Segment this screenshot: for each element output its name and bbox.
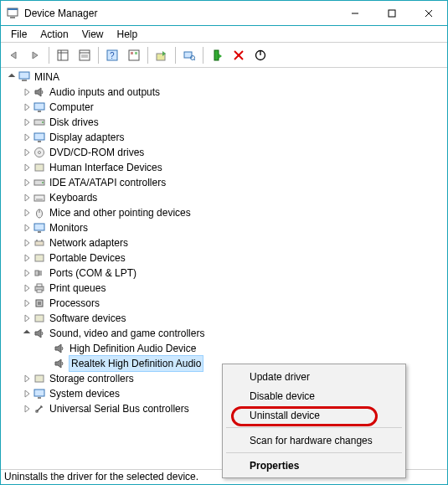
category-icon [33,402,46,415]
enable-device-button[interactable] [207,46,227,64]
tree-category[interactable]: Print queues [4,281,447,296]
expand-icon[interactable] [21,237,33,249]
expand-icon[interactable] [21,207,33,219]
expand-icon[interactable] [21,101,33,113]
ctx-scan-hardware[interactable]: Scan for hardware changes [224,431,404,450]
tree-category-label: Audio inputs and outputs [49,85,160,100]
svg-rect-51 [35,271,39,276]
tree-category-label: Storage controllers [49,371,134,386]
expand-icon[interactable] [21,86,33,98]
svg-rect-7 [58,50,68,60]
category-icon [33,146,46,159]
expand-icon[interactable] [21,403,33,415]
tree-device-label: Realtek High Definition Audio [69,355,203,372]
action-button[interactable] [124,46,144,64]
tree-category[interactable]: Mice and other pointing devices [4,205,447,220]
tree-category[interactable]: Ports (COM & LPT) [4,266,447,281]
tree-category[interactable]: Audio inputs and outputs [4,85,447,100]
ctx-properties[interactable]: Properties [224,456,404,475]
svg-rect-16 [129,50,139,60]
maximize-button[interactable] [373,1,410,25]
svg-rect-58 [35,375,44,382]
help-button[interactable]: ? [102,46,122,64]
speaker-icon [53,342,66,355]
tree-category[interactable]: Sound, video and game controllers [4,326,447,341]
tree-device[interactable]: High Definition Audio Device [4,341,447,356]
svg-rect-4 [389,10,395,17]
expand-icon[interactable] [21,177,33,188]
svg-rect-33 [34,133,44,140]
tree-category[interactable]: Software devices [4,311,447,326]
expand-icon[interactable] [21,192,33,204]
category-icon [33,221,46,235]
svg-rect-60 [38,397,41,399]
properties-button[interactable] [75,46,95,64]
collapse-icon[interactable] [6,71,18,83]
expand-icon[interactable] [21,252,33,264]
tree-category[interactable]: Monitors [4,220,447,235]
menu-bar: File Action View Help [1,26,447,43]
toolbar-separator [98,47,99,64]
svg-point-36 [39,152,41,154]
ctx-uninstall-device[interactable]: Uninstall device [224,405,404,425]
expand-icon[interactable] [21,373,33,384]
tree-category-label: Print queues [49,281,106,296]
svg-text:?: ? [110,51,115,60]
tree-category[interactable]: Keyboards [4,190,447,205]
category-icon [33,372,46,385]
category-icon [33,297,46,310]
svg-point-32 [42,121,44,123]
svg-rect-54 [37,290,42,292]
category-icon [33,161,46,174]
tree-category-label: Universal Serial Bus controllers [49,401,189,416]
ctx-disable-device[interactable]: Disable device [224,386,404,405]
tree-category-label: Ports (COM & LPT) [49,266,136,281]
tree-category[interactable]: Network adapters [4,235,447,250]
tree-category[interactable]: DVD/CD-ROM drives [4,145,447,160]
menu-view[interactable]: View [75,27,111,42]
expand-icon[interactable] [21,147,33,158]
svg-point-39 [42,182,44,183]
svg-rect-53 [37,284,42,286]
expand-icon[interactable] [21,132,33,143]
tree-category[interactable]: Display adapters [4,130,447,145]
update-driver-button[interactable] [152,46,172,64]
tree-category[interactable]: IDE ATA/ATAPI controllers [4,175,447,190]
spacer [41,343,53,354]
category-icon [33,206,46,219]
expand-icon[interactable] [21,267,33,279]
expand-icon[interactable] [21,282,33,294]
tree-root[interactable]: MINA [4,70,447,85]
expand-icon[interactable] [21,388,33,400]
forward-button[interactable] [25,46,45,64]
category-icon [33,85,46,99]
tree-category-label: Portable Devices [49,250,126,266]
expand-icon[interactable] [21,162,33,173]
ctx-update-driver[interactable]: Update driver [224,367,404,386]
tree-category-label: DVD/CD-ROM drives [49,145,144,160]
category-icon [33,312,46,325]
expand-icon[interactable] [21,297,33,309]
tree-category-label: IDE ATA/ATAPI controllers [49,175,166,190]
menu-file[interactable]: File [4,27,33,42]
tree-category[interactable]: Computer [4,100,447,115]
close-button[interactable] [410,1,447,25]
tree-category-label: Keyboards [49,190,97,205]
svg-rect-47 [35,241,44,245]
tree-category[interactable]: Disk drives [4,115,447,130]
uninstall-device-button[interactable] [229,46,249,64]
show-hide-tree-button[interactable] [53,46,73,64]
tree-category[interactable]: Human Interface Devices [4,160,447,175]
collapse-icon[interactable] [21,328,33,339]
back-button[interactable] [3,46,23,64]
menu-help[interactable]: Help [111,27,145,42]
tree-category[interactable]: Portable Devices [4,250,447,266]
menu-action[interactable]: Action [33,27,75,42]
scan-hardware-button[interactable] [179,46,199,64]
expand-icon[interactable] [21,222,33,234]
tree-category[interactable]: Processors [4,296,447,311]
minimize-button[interactable] [337,1,373,25]
disable-device-button[interactable] [250,46,270,64]
expand-icon[interactable] [21,116,33,128]
expand-icon[interactable] [21,312,33,324]
